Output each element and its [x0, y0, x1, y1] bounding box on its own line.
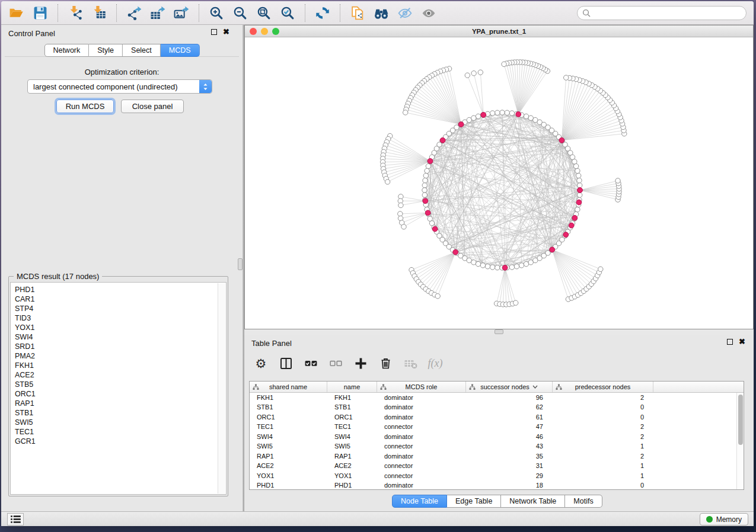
cell-name: STB1 [327, 403, 377, 413]
network-view-window: YPA_prune.txt_1 [244, 25, 754, 329]
table-row[interactable]: YOX1YOX1connector291 [250, 471, 744, 481]
tab-network-table[interactable]: Network Table [501, 495, 565, 508]
table-row[interactable]: SWI5SWI5connector431 [250, 442, 744, 452]
refresh-view-button[interactable] [311, 3, 334, 23]
mcds-result-item[interactable]: SWI5 [15, 418, 226, 427]
mcds-result-item[interactable]: TID3 [15, 313, 226, 323]
cell-successor-nodes: 31 [466, 462, 553, 472]
table-scrollbar-thumb[interactable] [738, 395, 743, 445]
table-row[interactable]: ORC1ORC1dominator610 [250, 412, 744, 422]
clone-network-button[interactable] [346, 3, 369, 23]
column-settings-button[interactable]: ⚙ [250, 352, 272, 374]
horizontal-splitter-grip[interactable] [495, 329, 503, 334]
show-columns-button[interactable] [275, 352, 296, 374]
mcds-result-item[interactable]: STB5 [15, 380, 226, 389]
deselect-all-button[interactable] [325, 352, 346, 374]
destroy-table-icon [403, 356, 418, 371]
network-window-titlebar[interactable]: YPA_prune.txt_1 [245, 25, 753, 37]
import-table-button[interactable] [87, 3, 111, 23]
mcds-result-item[interactable]: RAP1 [15, 399, 226, 408]
table-scrollbar[interactable] [736, 393, 744, 489]
zoom-window-traffic-light[interactable] [272, 28, 279, 35]
tab-select[interactable]: Select [123, 44, 161, 57]
column-header-predecessor-nodes[interactable]: predecessor nodes [553, 382, 653, 392]
table-row[interactable]: FKH1FKH1dominator962 [250, 393, 744, 403]
tab-node-table[interactable]: Node Table [392, 495, 447, 508]
table-row[interactable]: TEC1TEC1connector472 [250, 422, 744, 432]
mcds-result-item[interactable]: SWI4 [15, 332, 226, 342]
mcds-result-item[interactable]: ORC1 [15, 389, 226, 399]
mcds-result-item[interactable]: PHD1 [15, 285, 226, 294]
minimize-window-traffic-light[interactable] [261, 28, 268, 35]
float-table-panel-icon[interactable] [727, 339, 733, 345]
mcds-result-item[interactable]: ACE2 [15, 370, 226, 380]
zoom-in-button[interactable] [205, 3, 228, 23]
table-row[interactable]: SWI4SWI4dominator462 [250, 432, 744, 442]
close-table-panel-icon[interactable]: ✖ [739, 339, 745, 345]
import-network-button[interactable] [63, 3, 87, 23]
function-builder-button: f(x) [425, 352, 446, 374]
run-mcds-button[interactable]: Run MCDS [56, 100, 114, 113]
column-header-shared-name[interactable]: shared name [250, 382, 327, 392]
result-list-scrollbar[interactable] [218, 283, 225, 493]
table-row[interactable]: STB1STB1dominator620 [250, 403, 744, 413]
mcds-result-item[interactable]: STB1 [15, 408, 226, 418]
close-window-traffic-light[interactable] [250, 28, 257, 35]
table-row[interactable]: RAP1RAP1dominator352 [250, 451, 744, 462]
open-file-button[interactable] [5, 3, 28, 23]
export-network-button[interactable] [122, 3, 146, 23]
status-bar: Memory [1, 511, 754, 526]
select-all-button[interactable] [300, 352, 321, 374]
tab-motifs[interactable]: Motifs [565, 495, 602, 508]
search-input[interactable] [577, 6, 747, 20]
tab-network[interactable]: Network [44, 44, 89, 57]
show-all-button[interactable] [417, 3, 441, 23]
export-image-button[interactable] [170, 3, 193, 23]
hide-selected-button[interactable] [393, 3, 417, 23]
export-table-button[interactable] [146, 3, 170, 23]
tab-edge-table[interactable]: Edge Table [447, 495, 501, 508]
memory-button[interactable]: Memory [700, 513, 748, 525]
select-all-icon [304, 356, 318, 371]
zoom-fit-button[interactable] [252, 3, 276, 23]
find-button[interactable] [369, 3, 393, 23]
table-row[interactable]: ACE2ACE2connector311 [250, 462, 744, 472]
vertical-splitter-grip[interactable] [238, 258, 243, 270]
cell-name: ORC1 [327, 412, 377, 422]
mcds-result-title: MCDS result (17 nodes) [14, 272, 102, 281]
cell-predecessor-nodes: 0 [553, 403, 653, 413]
zoom-selected-button[interactable] [276, 3, 299, 23]
close-panel-icon[interactable]: ✖ [223, 29, 229, 35]
mcds-result-item[interactable]: CAR1 [15, 294, 226, 304]
table-row[interactable]: PHD1PHD1dominator180 [250, 481, 744, 491]
optimization-criterion-label: Optimization criterion: [1, 68, 243, 76]
task-history-button[interactable] [7, 513, 24, 525]
criterion-dropdown[interactable]: largest connected component (undirected) [27, 79, 212, 94]
column-header-successor-nodes[interactable]: successor nodes [466, 382, 553, 392]
save-session-button[interactable] [28, 3, 52, 23]
mcds-result-item[interactable]: SRD1 [15, 342, 226, 351]
tab-style[interactable]: Style [89, 44, 123, 57]
mcds-result-item[interactable]: PMA2 [15, 351, 226, 361]
table-panel: Table Panel ✖ ⚙f(x) shared namenameMCDS … [244, 335, 754, 511]
add-row-button[interactable] [350, 352, 371, 374]
mcds-result-item[interactable]: TEC1 [15, 427, 226, 437]
mcds-result-item[interactable]: FKH1 [15, 361, 226, 370]
mcds-result-item[interactable]: YOX1 [15, 323, 226, 332]
toolbar-separator [199, 4, 199, 22]
cell-MCDS-role: dominator [377, 481, 466, 491]
network-canvas[interactable] [245, 37, 753, 329]
float-panel-icon[interactable] [211, 29, 217, 35]
mcds-result-item[interactable]: GCR1 [15, 437, 226, 446]
tab-mcds[interactable]: MCDS [161, 44, 200, 57]
close-panel-button[interactable]: Close panel [121, 100, 184, 113]
delete-row-button[interactable] [375, 352, 396, 374]
export-image-icon [174, 5, 189, 21]
mcds-result-item[interactable]: STP4 [15, 304, 226, 313]
control-panel-tabs: NetworkStyleSelectMCDS [44, 44, 199, 57]
column-header-MCDS-role[interactable]: MCDS role [377, 382, 466, 392]
network-graph[interactable] [245, 37, 753, 329]
zoom-out-button[interactable] [228, 3, 252, 23]
toolbar-separator [116, 4, 117, 22]
column-header-name[interactable]: name [327, 382, 377, 392]
